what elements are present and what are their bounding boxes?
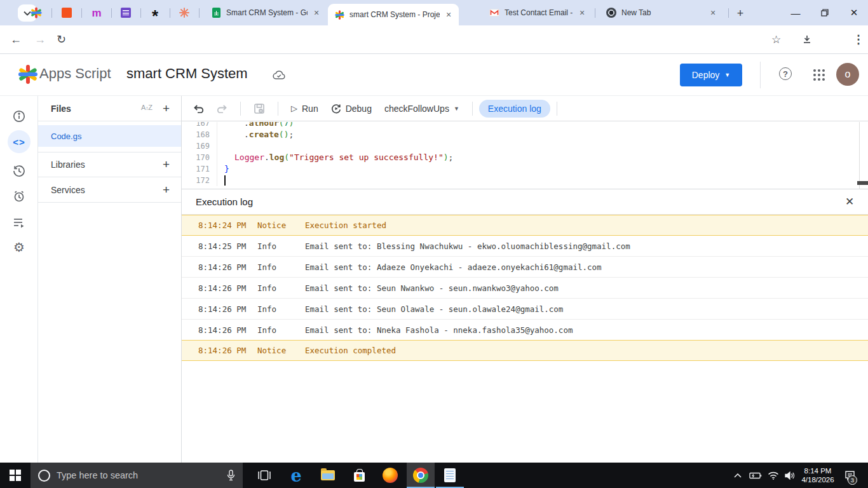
redo-button[interactable] [210,100,234,118]
tray-battery[interactable] [747,463,764,488]
taskbar-file-explorer[interactable] [314,463,342,488]
tray-volume[interactable] [782,463,798,488]
taskbar-notepad[interactable] [436,463,464,488]
run-button[interactable]: ▷ Run [285,100,325,118]
add-service-button[interactable]: + [163,183,170,197]
log-level: Info [257,262,305,272]
history-clock-icon [13,165,25,177]
close-icon[interactable]: ✕ [843,195,857,208]
left-rail: <> ⚙ [0,96,38,463]
editor-scrollbar-thumb[interactable] [857,181,868,185]
taskbar-search-box[interactable]: Type here to search [31,463,243,488]
task-view-button[interactable] [252,463,277,488]
tray-clock[interactable]: 8:14 PM 4/18/2026 [798,463,837,488]
rail-settings-button[interactable]: ⚙ [8,236,31,259]
tab-smart-crm-sheets[interactable]: Smart CRM System - Goog × [205,0,325,25]
log-entry-info: 8:14:25 PM Info Email sent to: Blessing … [182,236,868,257]
reload-button[interactable]: ↻ [57,32,66,46]
code-editor[interactable]: 167 .atHour(7) 168 .create(); 169 170 Lo… [182,122,868,189]
bookmark-star-icon[interactable]: ☆ [771,33,781,46]
log-level: Notice [257,346,305,355]
deploy-button[interactable]: Deploy ▼ [680,64,742,86]
forward-button[interactable]: → [34,33,46,46]
rail-editor-button[interactable]: <> [8,130,31,153]
google-apps-grid-icon[interactable] [813,69,816,72]
help-icon[interactable]: ? [779,67,792,80]
orange-square-icon [62,8,72,18]
pinned-tab-apps-script[interactable] [30,6,43,19]
browser-toolbar: ← → ↻ script.google.com/u/0/home/project… [0,25,868,54]
apps-script-logo [18,64,38,85]
code-line: 167 .atHour(7) [182,122,868,129]
wifi-icon [768,471,779,480]
tray-show-hidden-icons[interactable] [729,463,746,488]
window-minimize-button[interactable]: — [782,0,810,25]
log-entry-info: 8:14:26 PM Info Email sent to: Seun Olaw… [182,299,868,320]
file-item-code-gs[interactable]: Code.gs [38,125,181,147]
tray-wifi[interactable] [765,463,782,488]
tab-smart-crm-project-active[interactable]: smart CRM System - Proje × [328,4,459,25]
rail-executions-list-button[interactable] [8,212,31,234]
rail-triggers-button[interactable] [8,185,31,208]
code-line: 169 [182,140,868,152]
line-number: 169 [182,140,217,152]
account-avatar[interactable]: o [836,63,859,86]
log-level: Info [257,283,305,293]
restore-icon [821,9,829,17]
line-number: 167 [182,122,217,129]
project-title[interactable]: smart CRM System [126,65,248,82]
speaker-icon [785,471,795,480]
download-icon[interactable] [802,34,812,44]
tab-test-contact-email[interactable]: Test Contact Email - oluon × [483,0,591,25]
undo-icon [193,104,204,113]
taskbar-microsoft-store[interactable] [345,463,373,488]
tab-close-icon[interactable]: × [577,8,587,18]
file-explorer-icon [321,470,335,480]
function-selector[interactable]: checkFollowUps ▼ [378,100,466,118]
search-placeholder: Type here to search [57,470,227,480]
tab-close-icon[interactable]: × [708,8,718,18]
taskbar-edge[interactable]: e [282,463,310,488]
microphone-icon[interactable] [227,470,235,481]
pinned-tab-burst[interactable] [178,6,191,19]
rail-executions-button[interactable] [8,159,31,182]
start-button[interactable] [0,463,31,488]
new-tab-button[interactable]: + [732,5,749,22]
toolbar-separator [557,102,557,116]
taskbar-chrome-active[interactable] [407,463,435,488]
back-button[interactable]: ← [10,33,22,46]
browser-tab-strip: m * Smart CRM System - Goog × smart CRM … [0,0,868,25]
edge-icon: e [290,466,301,485]
window-close-button[interactable]: ✕ [840,0,868,25]
pinned-tab-separator [81,8,82,18]
editor-column: ▷ Run Debug checkFollowUps ▼ Execution l… [182,96,868,463]
pinned-tab-forms[interactable] [119,6,132,19]
tab-new-tab[interactable]: New Tab × [600,0,724,25]
tab-close-icon[interactable]: × [311,8,322,18]
add-file-button[interactable]: + [163,102,170,116]
tab-close-icon[interactable]: × [444,10,454,20]
execution-log-header: Execution log ✕ [182,189,868,215]
debug-button[interactable]: Debug [325,100,378,118]
forms-icon [121,8,131,18]
rail-overview-button[interactable] [8,105,31,128]
window-restore-button[interactable] [811,0,839,25]
taskbar-firefox[interactable] [376,463,404,488]
workspace: <> ⚙ Files A↕Z + Code.gs [0,95,868,463]
execution-log-toggle-button[interactable]: Execution log [479,100,550,118]
add-library-button[interactable]: + [163,158,170,172]
sort-az-icon[interactable]: A↕Z [141,104,153,111]
deploy-label: Deploy [692,70,720,80]
editor-scrollbar-track[interactable] [859,122,860,189]
save-project-button[interactable] [247,100,271,118]
undo-button[interactable] [182,100,210,118]
log-message: Email sent to: Seun Olawale - seun.olawa… [305,304,563,314]
pinned-tab-asterisk[interactable]: * [149,6,161,19]
browser-menu-icon[interactable]: ⋮ [853,32,864,46]
pinned-tab-m[interactable]: m [90,6,103,19]
pinned-tab-orange[interactable] [60,6,73,19]
line-number: 172 [182,175,217,186]
code-line: 170 Logger.log("Triggers set up successf… [182,152,868,163]
code-line: 168 .create(); [182,129,868,140]
chrome-dark-icon [606,8,616,18]
